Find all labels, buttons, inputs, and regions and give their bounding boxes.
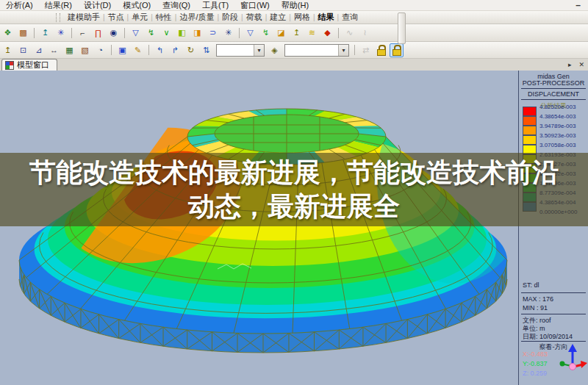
activate-all-icon[interactable]: ↻ <box>184 43 198 57</box>
lock-button[interactable] <box>390 43 404 57</box>
influence-line-icon[interactable]: ∨ <box>159 26 173 40</box>
model-tree-icon[interactable]: ❖ <box>1 26 15 40</box>
dome-contour-plot <box>0 71 518 385</box>
banner-line-2: 动态，最新进展全 <box>0 190 588 223</box>
menu-item-results[interactable]: 结果(R) <box>39 1 78 10</box>
frame-icon[interactable]: ∏ <box>91 26 105 40</box>
divider <box>521 99 586 100</box>
menu-item-tools[interactable]: 工具(T) <box>196 1 234 10</box>
step-combo[interactable]: ▾ <box>284 44 349 57</box>
activate-icon[interactable]: ↰ <box>153 43 167 57</box>
toolbar-gripper <box>56 13 60 22</box>
stress-contour-icon[interactable]: ◧ <box>175 26 189 40</box>
ribbon-tab-7[interactable]: 建立 <box>267 12 289 23</box>
ribbon-tab-5[interactable]: 阶段 <box>219 12 241 23</box>
truss-force-icon[interactable]: ✳ <box>221 26 235 40</box>
select-pointer-icon[interactable]: ↥ <box>1 43 15 57</box>
ribbon-tab-6[interactable]: 荷载 <box>243 12 265 23</box>
mode-shape-icon[interactable]: ✳ <box>54 26 68 40</box>
tab-model-window[interactable]: 模型窗口 <box>1 59 57 71</box>
legend-color-cell <box>523 126 537 135</box>
displacement-contour-icon[interactable]: ↯ <box>144 26 158 40</box>
banner-line-1: 节能改造技术的最新进展，节能改造技术前沿 <box>0 156 588 190</box>
toolbar-separator <box>239 28 240 38</box>
menu-item-window[interactable]: 窗口(W) <box>234 1 276 10</box>
ribbon-tab-4[interactable]: 边界/质量 <box>176 12 217 23</box>
select-volume-icon[interactable]: ▧ <box>78 43 92 57</box>
view-toolbar: ↥⊡⊿↔▦▧◔▣✎↰↱↻⇅▾◈▾⇄ <box>0 42 588 59</box>
toolbar-separator <box>71 28 72 38</box>
solid-box-icon[interactable]: ◆ <box>320 26 334 40</box>
redraw-icon[interactable]: ✎ <box>131 43 145 57</box>
legend-value: 4.38654e-003 <box>539 113 576 120</box>
ribbon-tab-9[interactable]: 结果 <box>315 12 337 23</box>
menu-item-query[interactable]: 查询(Q) <box>157 1 196 10</box>
tab-label: 模型窗口 <box>17 60 49 71</box>
plate-force-icon[interactable]: ↯ <box>259 26 273 40</box>
model-box-icon[interactable]: ▩ <box>16 26 30 40</box>
menu-bar: 分析(A)结果(R)设计(D)模式(O)查询(Q)工具(T)窗口(W)帮助(H)… <box>0 0 588 11</box>
load-case-combo[interactable]: ▾ <box>216 44 265 57</box>
select-intersect-icon[interactable]: ↔ <box>47 43 61 57</box>
menu-item-help[interactable]: 帮助(H) <box>276 1 315 10</box>
dropdown-arrow-icon[interactable]: ▾ <box>338 45 348 56</box>
lever-arm-icon[interactable]: ⌐ <box>76 26 90 40</box>
solid-stress-icon[interactable]: ◪ <box>274 26 288 40</box>
layer-result-icon[interactable]: ≋ <box>305 26 319 40</box>
midas-gen-window: 分析(A)结果(R)设计(D)模式(O)查询(Q)工具(T)窗口(W)帮助(H)… <box>0 0 588 385</box>
toolbar-dock-handle[interactable] <box>398 12 406 44</box>
menu-item-mode[interactable]: 模式(O) <box>117 1 157 10</box>
model-viewport[interactable]: midas Gen POST-PROCESSOR DISPLACEMENT 分析… <box>0 71 588 385</box>
toolbar-separator <box>34 28 35 38</box>
ribbon-tab-3[interactable]: 特性 <box>153 12 175 23</box>
plate-stress-icon[interactable]: ▽ <box>243 26 257 40</box>
load-case-label: ST: dl <box>523 281 539 289</box>
select-group-icon[interactable]: ◔ <box>93 43 107 57</box>
toolbar-separator <box>338 28 339 38</box>
graph-function-icon[interactable]: ∿ <box>343 26 356 40</box>
local-axis-icon[interactable]: ↥ <box>290 26 304 40</box>
divider <box>521 314 586 314</box>
legend-color-cell <box>523 107 537 116</box>
menu-item-design[interactable]: 设计(D) <box>78 1 117 10</box>
deformed-shape-icon[interactable]: ▽ <box>129 26 143 40</box>
minimize-button[interactable]: – <box>568 1 588 10</box>
tab-scroll-icon[interactable]: ▸ <box>564 60 576 71</box>
dropdown-arrow-icon[interactable]: ▾ <box>254 45 264 56</box>
moment-diagram-icon[interactable]: ◨ <box>190 26 204 40</box>
zoom-window-icon[interactable]: ▣ <box>115 43 129 57</box>
axis-y-value: Y:-0.837 <box>523 360 548 367</box>
axis-triad-icon <box>557 342 588 375</box>
ribbon-tab-0[interactable]: 建模助手 <box>65 12 103 23</box>
swap-view-icon[interactable]: ⇄ <box>359 43 373 57</box>
probe-result-icon[interactable]: ≀ <box>358 26 372 40</box>
legend-value: 3.50923e-003 <box>539 132 576 139</box>
deactivate-icon[interactable]: ↱ <box>168 43 182 57</box>
legend-value: 3.07058e-003 <box>539 142 576 148</box>
legend-value: 3.94789e-003 <box>539 123 576 129</box>
model-window-icon <box>5 61 14 70</box>
select-plane-icon[interactable]: ▦ <box>62 43 76 57</box>
results-toolbar: ❖▩↥✳⌐∏◉▽↯∨◧◨⊃✳▽↯◪↥≋◆∿≀ <box>0 24 588 42</box>
tab-close-icon[interactable]: ✕ <box>575 60 588 71</box>
unlock-button[interactable] <box>374 43 388 57</box>
legend-value: 4.82520e-003 <box>539 104 576 110</box>
toolbar-separator <box>124 28 125 38</box>
reaction-icon[interactable]: ↥ <box>38 26 52 40</box>
apply-icon[interactable]: ◈ <box>268 43 282 57</box>
ribbon-tab-1[interactable]: 节点 <box>105 12 127 23</box>
result-legend-panel: midas Gen POST-PROCESSOR DISPLACEMENT 分析… <box>518 71 588 385</box>
ribbon-tab-10[interactable]: 查询 <box>339 12 361 23</box>
shear-diagram-icon[interactable]: ⊃ <box>206 26 220 40</box>
ribbon-tab-8[interactable]: 网格 <box>291 12 313 23</box>
ribbon-tab-2[interactable]: 单元 <box>129 12 151 23</box>
axis-z-value: Z: 0.259 <box>523 370 547 377</box>
stage-toggle-icon[interactable]: ⇅ <box>199 43 213 57</box>
legend-color-cell <box>523 116 537 126</box>
mesh-sphere-icon[interactable]: ◉ <box>107 26 121 40</box>
window-tab-bar: 模型窗口 ▸ ✕ <box>0 59 588 71</box>
select-polygon-icon[interactable]: ⊿ <box>32 43 46 57</box>
select-window-icon[interactable]: ⊡ <box>16 43 30 57</box>
menu-item-analysis[interactable]: 分析(A) <box>0 1 39 10</box>
result-type-label: DISPLACEMENT <box>519 90 588 98</box>
